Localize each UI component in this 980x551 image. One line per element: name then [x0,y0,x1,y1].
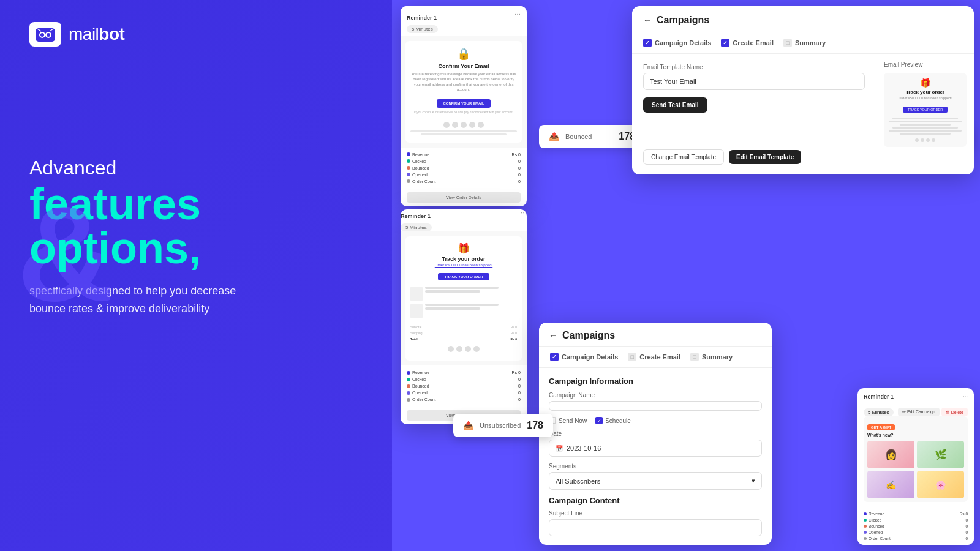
stat-revenue-1: Revenue Rs 0 [407,151,521,158]
hero-text: & Advanced features options, specificall… [29,157,363,318]
stat-clicked-2: Clicked 0 [407,376,521,383]
track-row-1 [410,287,517,301]
logo-icon [29,22,61,47]
mini-card-header: Reminder 1 ··· [858,388,974,405]
mini-stat-clicked: Clicked 0 [864,517,968,523]
campaign-panel-1: ← Campaigns ✓ Campaign Details ✓ Create … [632,6,974,174]
logo-name-bold: bot [99,24,124,43]
schedule-checkbox[interactable]: Schedule [595,417,631,424]
email-mock-text-1: You are receiving this message because y… [410,72,517,92]
send-test-email-btn[interactable]: Send Test Email [643,97,707,113]
step-campaign-details-1[interactable]: ✓ Campaign Details [643,32,721,53]
edit-template-btn[interactable]: Edit Email Template [729,150,801,164]
campaign-title-1: Campaigns [657,15,709,26]
view-order-btn-1[interactable]: View Order Details [407,192,521,203]
segments-label: Segments [549,463,762,470]
back-arrow-2[interactable]: ← [549,331,557,340]
social-icons [410,122,517,128]
step-check-1: ✓ [643,39,652,47]
track-card-header: Reminder 1 ··· 5 Minutes [401,209,527,231]
unsub-icon: 📤 [463,421,473,430]
email-mock-btn-1: CONFIRM YOUR EMAIL [437,99,490,108]
subject-input[interactable] [549,519,762,536]
preview-mini-lines [889,118,962,135]
template-name-input[interactable]: Test Your Email [643,73,865,90]
step-check-2b: □ [628,353,636,361]
stat-opened-2: Opened 0 [407,389,521,396]
date-input[interactable]: 📅 2023-10-16 [549,440,762,457]
back-arrow-1[interactable]: ← [643,15,652,25]
preview-mini-text: Order #5000000 has been shipped! [889,96,962,100]
card-header: Reminder 1 ··· 5 Minutes [401,6,527,36]
track-mock: 🎁 Track your order Order #5000000 has be… [405,236,522,361]
stat-bounced-2: Bounced 0 [407,383,521,389]
preview-mini: 🎁 Track your order Order #5000000 has be… [884,73,967,147]
logo: mailbot [29,22,363,47]
step-label-3: Summary [795,39,826,47]
email-confirmation-card: Reminder 1 ··· 5 Minutes 🔒 Confirm Your … [401,6,527,206]
campaign-body-1: Email Template Name Test Your Email Send… [632,54,974,174]
mini-grid-item-2: 🌿 [917,441,964,468]
step-label-2a: Campaign Details [562,353,618,361]
five-min-badge-2: 5 Minutes [401,223,432,231]
schedule-label: Schedule [605,418,631,424]
mini-stat-ordercount: Order Count 0 [864,535,968,541]
campaign-name-input[interactable] [549,401,762,411]
social-dot-1 [443,122,450,128]
mini-gift-tag: GET A GIFT [867,424,895,430]
checkboxes-row: Send Now Schedule [549,417,762,424]
track-subtitle: Order #5000000 has been shipped! [410,263,517,267]
unsubscribed-badge: 📤 Unsubscribed 178 [453,414,553,437]
mini-stat-revenue: Revenue Rs 0 [864,511,968,517]
mini-delete-btn[interactable]: 🗑 Delete [941,408,968,416]
hero-advanced: Advanced [29,157,363,179]
preview-label: Email Preview [884,61,967,68]
track-item-info-2 [423,304,517,311]
reminder-label-1: Reminder 1 [407,15,437,21]
campaign-steps-2: ✓ Campaign Details □ Create Email □ Summ… [539,347,772,368]
bounced-icon: 📤 [549,132,559,141]
unsub-label: Unsubscribed [480,422,521,429]
mini-action-btns: ✏ Edit Campaign 🗑 Delete [898,408,968,416]
step-summary-1[interactable]: □ Summary [783,32,835,53]
segments-value: All Subscribers [556,478,600,485]
mini-stat-bounced: Bounced 0 [864,523,968,529]
mini-grid-item-4: 🌸 [917,471,964,498]
social-dot-4 [469,122,475,128]
social-dot-3 [461,122,467,128]
campaign2-header: ← Campaigns [539,323,772,347]
step-label-2c: Summary [702,353,733,361]
stats-card-bounced: 📤 Bounced 178 [539,125,645,148]
step-check-2: ✓ [721,39,729,47]
social-dot-2 [452,122,458,128]
step-campaign-details-2[interactable]: ✓ Campaign Details [550,347,628,367]
track-details: SubtotalRs 0 ShippingRs 0 TotalRs 0 [410,287,517,342]
date-label: Date [549,430,762,437]
email-mock-1: 🔒 Confirm Your Email You are receiving t… [405,41,522,143]
step-label-2: Create Email [733,39,774,47]
send-now-checkbox[interactable]: Send Now [549,417,587,424]
campaign-header-1: ← Campaigns [632,6,974,32]
preview-gift-icon: 🎁 [889,78,962,88]
mini-email-title: What's new? [867,433,964,437]
track-email-content: 🎁 Track your order Order #5000000 has be… [401,231,527,365]
mini-5min: 5 Minutes [864,408,894,416]
step-summary-2[interactable]: □ Summary [690,347,742,367]
email-content-1: 🔒 Confirm Your Email You are receiving t… [401,36,527,148]
campaign-steps-1: ✓ Campaign Details ✓ Create Email □ Summ… [632,32,974,54]
subject-label: Subject Line [549,510,762,517]
reminder-dots-1: ··· [514,10,521,18]
social-dot-5 [478,122,484,128]
track-btn: TRACK YOUR ORDER [438,273,489,280]
email-footer-lines [410,130,517,135]
mini-stats: Revenue Rs 0 Clicked 0 Bounced 0 Opened … [858,507,974,545]
mini-edit-btn[interactable]: ✏ Edit Campaign [898,408,940,416]
segments-select[interactable]: All Subscribers ▾ [549,472,762,490]
send-now-label: Send Now [559,418,587,424]
preview-mini-btn: TRACK YOUR ORDER [903,107,948,113]
reminder-dots-2: ··· [521,209,527,217]
logo-text: mailbot [69,24,124,44]
step-create-email-1[interactable]: ✓ Create Email [721,32,783,53]
change-template-btn[interactable]: Change Email Template [643,149,724,165]
step-create-email-2[interactable]: □ Create Email [628,347,690,367]
